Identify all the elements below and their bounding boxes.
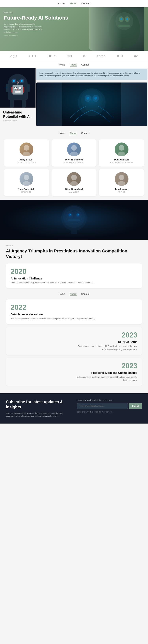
team-role: ARTIST (118, 191, 125, 193)
subscribe-sample-text: Sample text. Click to select the Text El… (77, 399, 142, 401)
nav-home[interactable]: Home (58, 2, 64, 5)
award-card-2022: 2022 Data Science Hackathon A timed comp… (6, 300, 142, 324)
team-name: Nick Greenfield (18, 188, 35, 191)
team-avatar (67, 142, 81, 156)
team-grid: Mary Brown CREATIVE LEADER Piter Richmon… (4, 139, 144, 196)
team-card: Mary Brown CREATIVE LEADER (4, 139, 49, 166)
logo-5: ⊕ (83, 54, 86, 58)
section-nav: Home About Contact (0, 62, 148, 68)
svg-point-55 (76, 213, 80, 216)
ai-title: Unleashing Potential with AI (3, 110, 32, 119)
tnav-home[interactable]: Home (58, 132, 65, 135)
svg-point-35 (71, 145, 77, 150)
team-role: PROGRAMMING GURU (110, 162, 133, 164)
logo-7: ⁙ ⁙ (116, 54, 123, 58)
svg-point-52 (66, 211, 74, 219)
team-name: Paul Hudson (114, 158, 129, 161)
subscribe-description: At vero eos et accusam et justo duo dolo… (6, 412, 71, 418)
team-avatar (115, 142, 128, 156)
svg-point-56 (70, 214, 71, 215)
svg-point-53 (74, 211, 82, 219)
submit-button[interactable]: Submit (129, 403, 142, 409)
svg-rect-14 (13, 86, 23, 86)
awards-title: AI Agency Triumphs in Prestigious Innova… (6, 248, 142, 260)
team-section: Home About Contact Mary Brown CREATIVE L… (0, 127, 148, 200)
team-name: Tom Larson (115, 188, 128, 191)
team-card: Nina Greenfield MANAGER (52, 169, 97, 196)
award-year-2023-pred: 2023 (11, 362, 137, 370)
tnav-about[interactable]: About (70, 132, 76, 135)
email-input[interactable] (77, 403, 128, 409)
award-name-2023-nlp: NLP Bot Battle (11, 340, 137, 344)
team-role: CREATIVE LEADER (17, 162, 36, 164)
awards-section: Awards AI Agency Triumphs in Prestigious… (0, 240, 148, 393)
svg-point-24 (85, 95, 91, 102)
award-card-2023-nlp: 2023 NLP Bot Battle Contestants create c… (6, 327, 142, 355)
awards-label: Awards (6, 244, 142, 247)
svg-rect-49 (0, 200, 148, 240)
ai-text: Lorem ipsum dolor sit amet. Lorem ipsum … (40, 72, 144, 77)
anav-contact[interactable]: Contact (81, 293, 90, 296)
svg-rect-18 (22, 100, 26, 108)
team-name: Mary Brown (20, 158, 33, 161)
svg-rect-59 (71, 228, 77, 234)
svg-point-26 (86, 97, 89, 100)
team-role: CREATIVE LEADER (64, 162, 84, 164)
award-card-2023-predictive: 2023 Predictive Modeling Championship Pa… (6, 358, 142, 386)
tnav-contact[interactable]: Contact (81, 132, 90, 135)
team-card: Tom Larson ARTIST (99, 169, 144, 196)
snav-contact[interactable]: Contact (81, 63, 90, 66)
ai-section: Unleashing Potential with AI Image from … (0, 68, 148, 127)
dark-robot-section (0, 200, 148, 240)
hero-image-credit: Image from Freepik (4, 35, 68, 36)
svg-point-8 (8, 74, 28, 94)
team-avatar (20, 142, 33, 156)
svg-point-44 (71, 175, 77, 180)
logo-hd: HD ≡ (48, 54, 56, 58)
hero-robot-image (89, 7, 144, 51)
nav-contact[interactable]: Contact (82, 2, 90, 5)
hero-section: About us Future-Ready AI Solutions Lorem… (0, 7, 148, 51)
snav-about[interactable]: About (70, 63, 76, 66)
team-avatar (115, 172, 128, 186)
ai-robot-left-image (0, 68, 36, 108)
svg-point-1 (116, 12, 133, 30)
svg-point-4 (120, 18, 122, 20)
subscribe-bottom-text: Sample text. Click to select the Text El… (77, 411, 142, 413)
hero-title: Future-Ready AI Solutions (4, 15, 68, 21)
svg-point-12 (13, 80, 15, 82)
anav-home[interactable]: Home (58, 293, 65, 296)
hero-about-label: About us (4, 11, 68, 14)
svg-point-50 (61, 205, 87, 231)
anav-about[interactable]: About (70, 293, 76, 296)
ai-robot-right-image (36, 82, 147, 126)
awards-nav: Home About Contact (6, 291, 142, 298)
svg-point-29 (96, 98, 96, 98)
svg-point-10 (12, 78, 16, 83)
logos-section: ogie ✦✦✦ HD ≡ ⊞⊟ ⊕ epmd ⁙ ⁙ nr (0, 51, 148, 62)
team-card: Piter Richmond CREATIVE LEADER (52, 139, 97, 166)
svg-rect-21 (62, 82, 121, 126)
svg-point-30 (76, 84, 108, 116)
svg-point-60 (66, 210, 82, 224)
logo-ogie: ogie (10, 54, 18, 58)
team-nav: Home About Contact (4, 131, 144, 136)
snav-home[interactable]: Home (58, 63, 65, 66)
ai-title-box: Unleashing Potential with AI Image from … (0, 108, 36, 124)
svg-point-47 (119, 175, 124, 180)
award-year-2020: 2020 (11, 268, 137, 276)
logo-2: ✦✦✦ (28, 54, 37, 58)
svg-point-22 (78, 88, 106, 116)
svg-point-41 (24, 175, 29, 180)
team-name: Nina Greenfield (65, 188, 83, 191)
team-card: Nick Greenfield MANAGER (4, 169, 49, 196)
ai-text-box: Lorem ipsum dolor sit amet. Lorem ipsum … (36, 69, 147, 80)
logo-nr: nr (134, 54, 138, 58)
svg-point-54 (68, 213, 72, 216)
svg-point-25 (92, 95, 99, 102)
nav-about[interactable]: About (69, 2, 77, 5)
award-desc-2023-nlp: Contestants create chatbots or NLP appli… (74, 345, 137, 351)
svg-rect-58 (68, 220, 80, 221)
svg-point-0 (108, 9, 140, 49)
subscribe-form: Submit (77, 403, 142, 409)
